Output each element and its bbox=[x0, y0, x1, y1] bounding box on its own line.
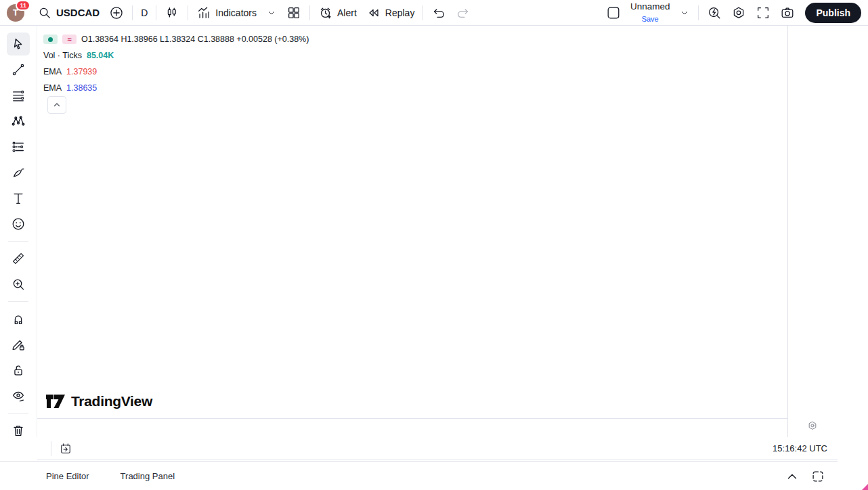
chevron-up-icon bbox=[53, 101, 61, 109]
ema-label: EMA bbox=[43, 67, 62, 76]
legend-ema-slow-row[interactable]: EMA 1.38635 bbox=[43, 80, 309, 96]
interval-button[interactable]: D bbox=[136, 5, 152, 20]
tradingview-logo-icon bbox=[45, 393, 66, 410]
divider bbox=[422, 5, 423, 20]
notification-badge: 11 bbox=[16, 0, 30, 11]
cursor-icon bbox=[11, 37, 26, 51]
snapshot-button[interactable] bbox=[775, 3, 800, 22]
undo-icon bbox=[431, 5, 446, 20]
zoom-in-icon bbox=[11, 277, 26, 292]
draw-edit-icon bbox=[11, 337, 26, 352]
server-clock[interactable]: 15:16:42 UTC bbox=[773, 443, 827, 453]
go-to-date-icon[interactable] bbox=[59, 442, 72, 455]
undo-button[interactable] bbox=[427, 3, 451, 22]
legend-collapse-button[interactable] bbox=[47, 96, 66, 114]
tool-fib-retracement-button[interactable] bbox=[7, 84, 30, 107]
tab-trading-panel[interactable]: Trading Panel bbox=[121, 471, 175, 481]
ohlc-values: O1.38364 H1.38966 L1.38324 C1.38888 +0.0… bbox=[81, 35, 309, 44]
chevron-down-icon bbox=[679, 7, 690, 18]
tool-xabcd-pattern-button[interactable] bbox=[7, 110, 30, 133]
interval-label: D bbox=[141, 7, 148, 18]
tool-trash-button[interactable] bbox=[7, 419, 30, 442]
divider bbox=[309, 5, 310, 20]
text-icon bbox=[11, 191, 26, 206]
tool-text-button[interactable] bbox=[7, 187, 30, 210]
gear-icon bbox=[731, 5, 746, 20]
panel-expand-icon[interactable] bbox=[785, 469, 800, 484]
symbol-label: USDCAD bbox=[56, 7, 100, 18]
tool-ruler-button[interactable] bbox=[7, 247, 30, 270]
tradingview-watermark: TradingView bbox=[45, 393, 152, 410]
layout-grid-button[interactable] bbox=[282, 3, 306, 22]
drawing-toolbar bbox=[0, 26, 37, 437]
tool-draw-edit-button[interactable] bbox=[7, 333, 30, 356]
toolbar-divider bbox=[8, 413, 28, 414]
replay-label: Replay bbox=[385, 7, 415, 18]
trend-line-icon bbox=[11, 62, 26, 77]
save-link[interactable]: Save bbox=[642, 15, 659, 24]
ruler-icon bbox=[11, 251, 26, 266]
layout-select-checkbox[interactable] bbox=[601, 3, 626, 22]
chart-style-button[interactable] bbox=[160, 3, 184, 22]
axis-settings-gear-icon[interactable] bbox=[807, 420, 818, 431]
emoji-icon bbox=[11, 217, 26, 231]
layout-box-icon bbox=[606, 5, 621, 20]
wave-indicator-icon[interactable]: ≈ bbox=[62, 35, 77, 44]
quick-search-button[interactable] bbox=[702, 3, 726, 22]
tool-brush-button[interactable] bbox=[7, 161, 30, 184]
magnet-icon bbox=[11, 311, 26, 326]
xabcd-pattern-icon bbox=[11, 114, 26, 129]
range-toolbar: 15:16:42 UTC bbox=[37, 437, 838, 460]
tool-emoji-button[interactable] bbox=[7, 213, 30, 236]
camera-icon bbox=[780, 5, 795, 20]
series-visibility-icon[interactable] bbox=[43, 35, 58, 44]
panel-maximize-icon[interactable] bbox=[810, 469, 825, 484]
hide-drawings-icon bbox=[11, 388, 26, 403]
plus-circle-icon bbox=[109, 5, 124, 20]
toolbar-divider bbox=[8, 241, 28, 242]
redo-button[interactable] bbox=[451, 3, 475, 22]
tab-pine-editor[interactable]: Pine Editor bbox=[46, 471, 89, 481]
compare-add-button[interactable] bbox=[104, 3, 129, 22]
tool-forecast-button[interactable] bbox=[7, 135, 30, 158]
tool-lock-button[interactable] bbox=[7, 359, 30, 382]
divider bbox=[51, 441, 51, 456]
legend-volume-row[interactable]: Vol · Ticks 85.04K bbox=[43, 47, 309, 64]
indicators-icon bbox=[196, 5, 211, 20]
fullscreen-button[interactable] bbox=[751, 3, 775, 22]
trash-icon bbox=[11, 423, 26, 438]
search-icon bbox=[37, 5, 52, 20]
layout-name-button[interactable]: Unnamed Save bbox=[626, 0, 675, 26]
layout-menu-button[interactable] bbox=[674, 5, 695, 20]
ema-slow-value: 1.38635 bbox=[66, 83, 97, 93]
quick-search-icon bbox=[707, 5, 722, 20]
chevron-down-icon bbox=[266, 7, 277, 18]
ema-label: EMA bbox=[43, 83, 62, 93]
forecast-icon bbox=[11, 139, 26, 154]
legend-ema-fast-row[interactable]: EMA 1.37939 bbox=[43, 64, 309, 80]
price-axis[interactable] bbox=[787, 26, 838, 437]
tool-zoom-in-button[interactable] bbox=[7, 273, 30, 296]
corner-decoration bbox=[862, 484, 868, 490]
grid-layout-icon bbox=[286, 5, 301, 20]
layout-name: Unnamed bbox=[630, 2, 670, 11]
replay-button[interactable]: Replay bbox=[362, 3, 420, 22]
alert-button[interactable]: Alert bbox=[313, 3, 362, 22]
brush-icon bbox=[11, 165, 26, 180]
lock-icon bbox=[11, 363, 26, 378]
watermark-text: TradingView bbox=[71, 393, 152, 409]
indicators-button[interactable]: Indicators bbox=[192, 3, 261, 22]
tool-hide-drawings-button[interactable] bbox=[7, 384, 30, 407]
tool-magnet-button[interactable] bbox=[7, 307, 30, 330]
symbol-search[interactable]: USDCAD bbox=[32, 3, 104, 22]
time-axis[interactable] bbox=[37, 418, 787, 438]
publish-button[interactable]: Publish bbox=[805, 3, 861, 23]
chart-settings-button[interactable] bbox=[726, 3, 751, 22]
tool-cursor-button[interactable] bbox=[7, 32, 30, 55]
indicator-templates-button[interactable] bbox=[261, 5, 282, 20]
legend-main-row[interactable]: ≈ O1.38364 H1.38966 L1.38324 C1.38888 +0… bbox=[43, 31, 309, 47]
fullscreen-icon bbox=[756, 5, 771, 20]
user-avatar[interactable]: T 11 bbox=[7, 4, 24, 22]
volume-label: Vol · Ticks bbox=[43, 51, 82, 60]
tool-trend-line-button[interactable] bbox=[7, 58, 30, 81]
